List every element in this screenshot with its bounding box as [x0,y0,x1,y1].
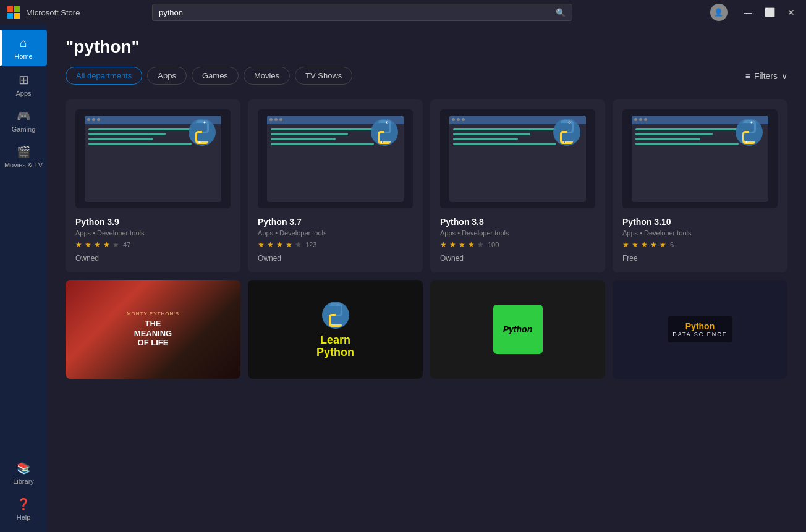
app-thumb-python310 [622,109,778,208]
app-thumb-python37 [258,109,413,208]
app-name-python38: Python 3.8 [440,217,595,227]
star1: ★ [75,240,82,249]
star1: ★ [258,240,265,249]
svg-point-12 [387,122,388,122]
filters-icon: ≡ [745,71,750,81]
svg-point-8 [200,141,200,142]
app-card-python37[interactable]: Python 3.7 Apps • Developer tools ★ ★ ★ … [248,99,423,272]
app-card-python310[interactable]: Python 3.10 Apps • Developer tools ★ ★ ★… [613,99,787,272]
app-price-python39: Owned [75,254,231,263]
pds-sub: DATA SCIENCE [672,331,728,337]
app-price-python37: Owned [258,254,413,263]
sidebar-item-gaming[interactable]: 🎮 Gaming [0,103,47,139]
monty-subtitle: Monty Python's [127,311,179,316]
learn-python-text: LearnPython [316,334,354,359]
monty-python-thumb: Monty Python's THEMEANINGOF LIFE [66,280,240,379]
search-input[interactable] [159,8,556,17]
app-card-python38[interactable]: Python 3.8 Apps • Developer tools ★ ★ ★ … [430,99,605,272]
filters-label: Filters [754,71,778,81]
app-card-python-ds[interactable]: Python DATA SCIENCE [613,280,787,379]
sidebar-item-library[interactable]: 📚 Library [0,455,47,491]
monty-title: THEMEANINGOF LIFE [134,319,172,348]
svg-point-13 [382,141,383,142]
star3: ★ [94,240,101,249]
svg-point-17 [569,122,570,122]
svg-point-22 [752,122,752,122]
python-logo [369,117,400,148]
app-category-python38: Apps • Developer tools [440,229,595,237]
help-icon: ❓ [17,497,30,511]
app-grid-row1: Python 3.9 Apps • Developer tools ★ ★ ★ … [66,99,787,272]
sidebar-item-movies-tv[interactable]: 🎬 Movies & TV [0,139,47,175]
star2: ★ [449,240,456,249]
app-card-python39[interactable]: Python 3.9 Apps • Developer tools ★ ★ ★ … [66,99,240,272]
app-title: Microsoft Store [26,8,80,17]
home-icon: ⌂ [20,36,27,50]
page-title: "python" [66,37,787,57]
app-thumb-python39 [75,109,231,208]
svg-rect-0 [7,6,13,12]
svg-point-18 [564,141,565,142]
app-card-learn-python[interactable]: LearnPython [248,280,423,379]
app-name-python39: Python 3.9 [75,217,231,227]
sidebar-item-movies-label: Movies & TV [4,161,43,169]
close-button[interactable]: ✕ [784,6,799,19]
app-name-python37: Python 3.7 [258,217,413,227]
avatar[interactable]: 👤 [710,4,728,21]
rating-count-python39: 47 [123,241,130,248]
search-icon: 🔍 [556,8,566,17]
app-rating-python310: ★ ★ ★ ★ ★ 6 [622,240,778,249]
svg-rect-3 [14,13,20,19]
star1: ★ [622,240,629,249]
sidebar: ⌂ Home ⊞ Apps 🎮 Gaming 🎬 Movies & TV 📚 L… [0,25,47,532]
filter-games[interactable]: Games [192,67,239,85]
app-thumb-python38 [440,109,595,208]
app-body: ⌂ Home ⊞ Apps 🎮 Gaming 🎬 Movies & TV 📚 L… [0,25,806,532]
python-snake-icon [320,300,351,331]
library-icon: 📚 [17,462,30,475]
app-rating-python37: ★ ★ ★ ★ ★ 123 [258,240,413,249]
star2: ★ [267,240,274,249]
star5: ★ [112,240,119,249]
app-rating-python39: ★ ★ ★ ★ ★ 47 [75,240,231,249]
app-price-python38: Owned [440,254,595,263]
learn-python-thumb: LearnPython [248,280,423,379]
filters-button[interactable]: ≡ Filters ∨ [745,71,787,81]
python-green-thumb: Python [430,280,605,379]
minimize-button[interactable]: — [740,6,756,19]
star3: ★ [641,240,648,249]
sidebar-item-home[interactable]: ⌂ Home [0,30,47,66]
filter-bar: All departments Apps Games Movies TV Sho… [66,67,787,85]
python-logo [734,117,765,148]
sidebar-item-apps[interactable]: ⊞ Apps [0,66,47,103]
filter-apps[interactable]: Apps [147,67,187,85]
app-grid-row2: Monty Python's THEMEANINGOF LIFE LearnPy… [66,280,787,379]
python-ds-inner: Python DATA SCIENCE [668,316,732,342]
app-name-python310: Python 3.10 [622,217,778,227]
sidebar-item-gaming-label: Gaming [12,125,36,133]
sidebar-item-help[interactable]: ❓ Help [0,491,47,527]
star4: ★ [650,240,657,249]
star3: ★ [459,240,465,249]
svg-rect-2 [7,13,13,19]
python-logo [187,117,218,148]
app-price-python310: Free [622,254,778,263]
app-card-python-green[interactable]: Python [430,280,605,379]
sidebar-item-home-label: Home [14,53,32,60]
filter-tv-shows[interactable]: TV Shows [295,67,352,85]
star2: ★ [632,240,638,249]
rating-count-python310: 6 [670,241,674,248]
app-category-python39: Apps • Developer tools [75,229,231,237]
filter-all-departments[interactable]: All departments [66,67,142,85]
filter-movies[interactable]: Movies [244,67,290,85]
ms-store-logo [7,6,20,19]
svg-point-23 [747,141,747,142]
star2: ★ [85,240,91,249]
app-category-python37: Apps • Developer tools [258,229,413,237]
search-bar[interactable]: 🔍 [152,4,572,21]
svg-point-7 [205,122,205,122]
restore-button[interactable]: ⬜ [761,6,779,19]
app-card-monty-python[interactable]: Monty Python's THEMEANINGOF LIFE [66,280,240,379]
star5: ★ [477,240,484,249]
rating-count-python38: 100 [488,241,499,248]
